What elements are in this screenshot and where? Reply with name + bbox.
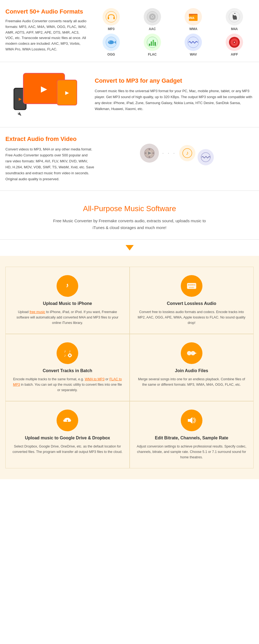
extract-text-col: Extract Audio from Video Convert videos …	[5, 136, 100, 182]
svg-point-0	[106, 11, 117, 22]
allpurpose-title: All-Purpose Music Software	[5, 204, 254, 213]
batch-desc: Encode multiple tracks to the same forma…	[12, 376, 123, 393]
batch-title: Convert Tracks in Batch	[12, 368, 123, 373]
upload-iphone-title: Upload Music to iPhone	[12, 301, 123, 306]
svg-rect-55	[70, 356, 70, 358]
bitrate-desc: Adjust conversion settings to achieve pr…	[137, 444, 247, 460]
svg-point-38	[201, 153, 210, 162]
svg-point-59	[187, 351, 191, 355]
cloud-desc: Select Dropbox, Google Drive, OneDrive, …	[12, 444, 123, 455]
batch-icon-wrap: ♪ ♪ ♪	[57, 342, 78, 364]
allpurpose-description: Free Music Converter by Freemake convert…	[48, 217, 211, 231]
cloud-title: Upload music to Google Drive & Dropbox	[12, 436, 123, 440]
svg-point-22	[188, 37, 199, 48]
svg-rect-68	[188, 419, 190, 422]
svg-text:♪: ♪	[69, 349, 71, 353]
svg-point-31	[149, 156, 150, 158]
lossless-icon: lossless music	[185, 279, 198, 293]
format-m4a: M4A	[226, 8, 243, 31]
svg-marker-39	[126, 245, 134, 250]
svg-rect-56	[68, 355, 69, 356]
svg-text:♪: ♪	[186, 150, 189, 156]
extract-title: Extract Audio from Video	[5, 136, 95, 143]
bitrate-icon-wrap	[181, 410, 202, 431]
mp3-title: Convert to MP3 for any Gadget	[95, 77, 254, 84]
aiff-icon	[226, 34, 243, 51]
svg-rect-43	[67, 285, 68, 287]
section-extract: Extract Audio from Video Convert videos …	[0, 127, 259, 191]
formats-description: Freemake Audio Converter converts nearly…	[5, 18, 87, 52]
svg-rect-20	[153, 40, 154, 46]
m4a-label: M4A	[231, 27, 238, 31]
svg-point-13	[108, 40, 114, 44]
m4a-icon	[226, 8, 243, 25]
upload-iphone-icon-wrap: ♪	[57, 275, 78, 297]
format-wma: WMA WMA	[185, 8, 202, 31]
bitrate-icon	[185, 414, 198, 427]
extract-image-col: · · · ♪	[100, 136, 254, 165]
wav-label: WAV	[190, 53, 197, 56]
join-icon-wrap	[181, 342, 202, 364]
svg-point-48	[61, 347, 74, 360]
wav-icon	[185, 34, 202, 51]
device-illustration: ▶ ▶ ▶ 🔌	[14, 73, 78, 116]
formats-title: Convert 50+ Audio Formats	[5, 8, 87, 15]
mp3-text-col: Convert to MP3 for any Gadget Convert mu…	[87, 77, 254, 112]
music-note-icon: ♪	[179, 145, 195, 161]
svg-rect-21	[155, 42, 156, 46]
section-formats: Convert 50+ Audio Formats Freemake Audio…	[0, 0, 259, 62]
small-tablet: ▶	[57, 80, 77, 105]
svg-rect-57	[71, 355, 72, 356]
feature-batch: ♪ ♪ ♪ Convert Tracks in Batch Encode mul…	[5, 334, 130, 401]
formats-text-col: Convert 50+ Audio Formats Freemake Audio…	[5, 8, 92, 52]
svg-rect-66	[66, 422, 69, 422]
join-desc: Merge several songs into one for an endl…	[137, 376, 247, 387]
lossless-desc: Convert free to lossless audio formats a…	[137, 309, 247, 326]
svg-point-33	[152, 152, 154, 154]
bitrate-title: Edit Bitrate, Channels, Sample Rate	[137, 436, 247, 440]
svg-text:music: music	[189, 286, 194, 288]
format-ogg: OGG	[103, 34, 120, 56]
svg-rect-18	[149, 44, 150, 46]
svg-point-17	[147, 37, 158, 48]
batch-icon: ♪ ♪ ♪	[61, 346, 74, 360]
flac-label: FLAC	[148, 53, 157, 56]
free-music-link[interactable]: free music	[29, 310, 45, 314]
aiff-label: AIFF	[231, 53, 238, 56]
cloud-upload-icon	[61, 414, 74, 427]
extract-dots: · · ·	[162, 150, 176, 157]
feature-join: Join Audio Files Merge several songs int…	[130, 334, 254, 401]
format-icons-grid: MP3 AAC WMA	[92, 8, 254, 56]
svg-text:lossless: lossless	[188, 284, 195, 286]
wma-label: WMA	[189, 27, 197, 31]
format-aac: AAC	[144, 8, 161, 31]
ogg-icon	[103, 34, 120, 51]
feature-cloud: Upload music to Google Drive & Dropbox S…	[5, 401, 130, 468]
wma-icon: WMA	[185, 8, 202, 25]
flac-to-mp3-link[interactable]: FLAC to MP3	[13, 377, 122, 387]
mp3-label: MP3	[108, 27, 115, 31]
upload-iphone-icon: ♪	[61, 279, 74, 293]
format-aiff: AIFF	[226, 34, 243, 56]
svg-rect-54	[70, 353, 70, 354]
svg-point-26	[234, 42, 235, 43]
section-mp3: ▶ ▶ ▶ 🔌 Convert to MP3 for any Gadget Co…	[0, 62, 259, 127]
mp3-description: Convert music files to the universal MP3…	[95, 88, 254, 112]
lossless-icon-wrap: lossless music	[181, 275, 202, 297]
svg-text:WMA: WMA	[188, 17, 195, 20]
svg-point-30	[149, 149, 150, 150]
format-wav: WAV	[185, 34, 202, 56]
svg-point-53	[69, 355, 71, 356]
svg-rect-19	[151, 41, 152, 46]
feature-lossless: lossless music Convert Lossless Audio Co…	[130, 267, 254, 334]
format-mp3: MP3	[103, 8, 120, 31]
format-flac: FLAC	[144, 34, 161, 56]
join-icon	[185, 346, 198, 360]
svg-point-32	[145, 152, 146, 154]
extract-illustration: · · · ♪	[140, 141, 214, 165]
upload-iphone-desc: Upload free music to iPhone, iPad, or iP…	[12, 309, 123, 326]
lossless-title: Convert Lossless Audio	[137, 301, 247, 306]
wave-icon	[198, 149, 214, 165]
wma-to-mp3-link[interactable]: WMA to MP3	[85, 377, 104, 381]
svg-rect-9	[189, 14, 193, 15]
